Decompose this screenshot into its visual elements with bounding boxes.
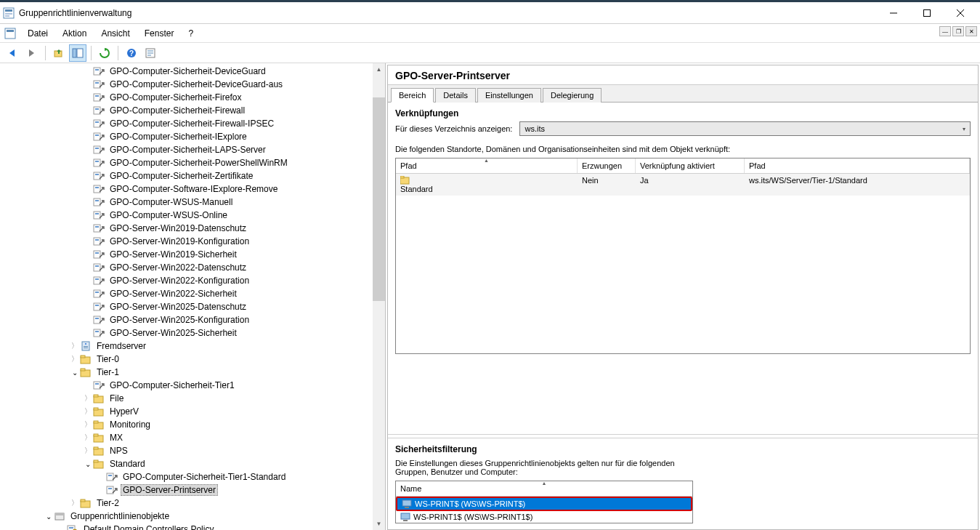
tree-item[interactable]: GPO-Computer-Sicherheit-LAPS-Server bbox=[0, 143, 385, 156]
collapse-icon[interactable]: ⌄ bbox=[83, 460, 93, 468]
collapse-icon[interactable]: ⌄ bbox=[70, 369, 80, 377]
up-button[interactable] bbox=[50, 44, 68, 62]
tree-label: Tier-1 bbox=[94, 366, 121, 378]
expand-icon[interactable]: 〉 bbox=[70, 498, 80, 508]
tab-bereich[interactable]: Bereich bbox=[391, 88, 434, 103]
tree-item[interactable]: GPO-Computer-Sicherheit-DeviceGuard-aus bbox=[0, 78, 385, 91]
expand-icon[interactable]: 〉 bbox=[70, 354, 80, 364]
ou-icon bbox=[400, 176, 573, 185]
col-fullpfad[interactable]: Pfad bbox=[745, 158, 970, 173]
tree-label: NPS bbox=[108, 445, 130, 457]
security-item[interactable]: WS-PRINT1$ (WS\WS-PRINT1$) bbox=[396, 511, 692, 523]
back-button[interactable] bbox=[4, 44, 22, 62]
svg-rect-42 bbox=[95, 213, 99, 214]
svg-rect-63 bbox=[84, 346, 88, 347]
expand-icon[interactable]: 〉 bbox=[83, 393, 93, 403]
tree-item-selected[interactable]: GPO-Server-Printserver bbox=[0, 483, 385, 497]
tree-item[interactable]: GPO-Server-Win2022-Sicherheit bbox=[0, 287, 385, 300]
gpo-link-icon bbox=[93, 249, 105, 260]
tree-item[interactable]: 〉Monitoring bbox=[0, 418, 385, 431]
tree-item[interactable]: GPO-Computer-Sicherheit-IExplore bbox=[0, 130, 385, 143]
refresh-button[interactable] bbox=[96, 44, 113, 62]
tree-item[interactable]: 〉HyperV bbox=[0, 405, 385, 418]
mdi-minimize[interactable]: — bbox=[939, 26, 951, 36]
row-fullpfad: ws.its/WS/Server/Tier-1/Standard bbox=[745, 174, 970, 196]
tree-label: GPO-Computer-Sicherheit-Firewall-IPSEC bbox=[108, 118, 276, 129]
expand-icon[interactable]: 〉 bbox=[70, 341, 80, 351]
tree-item[interactable]: ⌄Gruppenrichtlinienobjekte bbox=[0, 510, 385, 523]
tree-item[interactable]: GPO-Computer-Sicherheit-DeviceGuard bbox=[0, 65, 385, 78]
tab-delegierung[interactable]: Delegierung bbox=[543, 88, 602, 103]
col-aktiviert[interactable]: Verknüpfung aktiviert bbox=[636, 158, 745, 173]
links-grid[interactable]: ▲Pfad Erzwungen Verknüpfung aktiviert Pf… bbox=[395, 158, 971, 354]
tree-item[interactable]: 〉File bbox=[0, 392, 385, 405]
tree-item[interactable]: 〉NPS bbox=[0, 444, 385, 457]
tree-item[interactable]: GPO-Computer-Software-IExplore-Remove bbox=[0, 182, 385, 196]
tree-item[interactable]: 〉Tier-0 bbox=[0, 353, 385, 366]
mdi-restore[interactable]: ❐ bbox=[952, 26, 964, 36]
expand-icon[interactable]: 〉 bbox=[83, 419, 93, 430]
tree-label: GPO-Server-Win2019-Konfiguration bbox=[108, 236, 251, 247]
links-row[interactable]: Standard Nein Ja ws.its/WS/Server/Tier-1… bbox=[396, 174, 970, 196]
menu-ansicht[interactable]: Ansicht bbox=[95, 26, 135, 41]
tree-item[interactable]: GPO-Server-Win2022-Datenschutz bbox=[0, 261, 385, 274]
tab-einstellungen[interactable]: Einstellungen bbox=[477, 88, 541, 103]
tree-item[interactable]: GPO-Computer-Sicherheit-Tier1 bbox=[0, 379, 385, 392]
menu-aktion[interactable]: Aktion bbox=[57, 26, 92, 41]
tree-item[interactable]: 〉MX bbox=[0, 431, 385, 444]
col-pfad[interactable]: ▲Pfad bbox=[396, 158, 578, 173]
menu-fenster[interactable]: Fenster bbox=[139, 26, 180, 41]
collapse-icon[interactable]: ⌄ bbox=[44, 513, 54, 521]
maximize-button[interactable] bbox=[910, 2, 944, 24]
expand-icon[interactable]: 〉 bbox=[83, 406, 93, 417]
close-button[interactable] bbox=[944, 2, 977, 24]
tree-item[interactable]: 〉Tier-2 bbox=[0, 497, 385, 510]
tree-item[interactable]: GPO-Computer-Sicherheit-Firefox bbox=[0, 91, 385, 104]
show-tree-button[interactable] bbox=[69, 44, 86, 62]
tree-item[interactable]: GPO-Server-Win2019-Datenschutz bbox=[0, 222, 385, 235]
expand-icon[interactable]: 〉 bbox=[83, 433, 93, 443]
tree-item[interactable]: GPO-Computer-Sicherheit-PowerShellWinRM bbox=[0, 156, 385, 169]
directory-combo[interactable]: ws.its ▾ bbox=[519, 121, 971, 136]
menu-help[interactable]: ? bbox=[182, 26, 199, 41]
tree-item[interactable]: GPO-Server-Win2019-Konfiguration bbox=[0, 235, 385, 248]
tree-item[interactable]: GPO-Server-Win2019-Sicherheit bbox=[0, 248, 385, 261]
expand-icon[interactable]: 〉 bbox=[83, 446, 93, 456]
security-item[interactable]: WS-PRINT$ (WS\WS-PRINT$) bbox=[397, 498, 691, 510]
tree-item[interactable]: GPO-Server-Win2022-Konfiguration bbox=[0, 274, 385, 287]
tree-item[interactable]: ⌄Tier-1 bbox=[0, 366, 385, 379]
menu-datei[interactable]: Datei bbox=[22, 26, 54, 41]
minimize-button[interactable] bbox=[877, 2, 910, 24]
tree-item[interactable]: GPO-Computer-WSUS-Online bbox=[0, 209, 385, 222]
tree-item[interactable]: Default Domain Controllers Policy bbox=[0, 523, 385, 530]
toolbar-separator bbox=[91, 46, 92, 60]
gpo-link-icon bbox=[93, 79, 105, 90]
gpo-link-icon bbox=[93, 222, 105, 234]
tree-item[interactable]: ⌄Standard bbox=[0, 457, 385, 470]
ou-icon bbox=[93, 458, 105, 470]
tree-item[interactable]: GPO-Server-Win2025-Datenschutz bbox=[0, 300, 385, 313]
tree-item[interactable]: GPO-Computer-Sicherheit-Tier1-Standard bbox=[0, 470, 385, 483]
help-button[interactable]: ? bbox=[123, 44, 140, 62]
col-erzwungen[interactable]: Erzwungen bbox=[578, 158, 636, 173]
forward-button[interactable] bbox=[23, 44, 41, 62]
dir-label: Für dieses Verzeichnis anzeigen: bbox=[395, 124, 512, 133]
svg-rect-34 bbox=[95, 161, 99, 162]
tree-item[interactable]: GPO-Computer-Sicherheit-Zertifikate bbox=[0, 169, 385, 182]
col-name[interactable]: Name bbox=[400, 484, 421, 493]
tree-item[interactable]: GPO-Computer-Sicherheit-Firewall bbox=[0, 104, 385, 117]
tree-label: GPO-Computer-Sicherheit-Firewall bbox=[108, 105, 247, 116]
tree-item[interactable]: GPO-Server-Win2025-Sicherheit bbox=[0, 326, 385, 340]
links-desc: Die folgenden Standorte, Domänen und Org… bbox=[395, 145, 971, 153]
svg-rect-54 bbox=[95, 292, 99, 293]
properties-button[interactable] bbox=[142, 44, 159, 62]
tree-item[interactable]: GPO-Server-Win2025-Konfiguration bbox=[0, 313, 385, 326]
tree-item[interactable]: GPO-Computer-WSUS-Manuell bbox=[0, 196, 385, 209]
tree-scrollbar[interactable]: ▲ ▼ bbox=[373, 63, 385, 530]
tree-item[interactable]: 〉Fremdserver bbox=[0, 340, 385, 353]
tree-item[interactable]: GPO-Computer-Sicherheit-Firewall-IPSEC bbox=[0, 117, 385, 130]
tab-details[interactable]: Details bbox=[435, 88, 476, 103]
security-list[interactable]: Name ▲ WS-PRINT$ (WS\WS-PRINT$) WS-PRINT… bbox=[395, 481, 693, 523]
mdi-close[interactable]: ✕ bbox=[965, 26, 977, 36]
svg-rect-99 bbox=[403, 520, 408, 521]
